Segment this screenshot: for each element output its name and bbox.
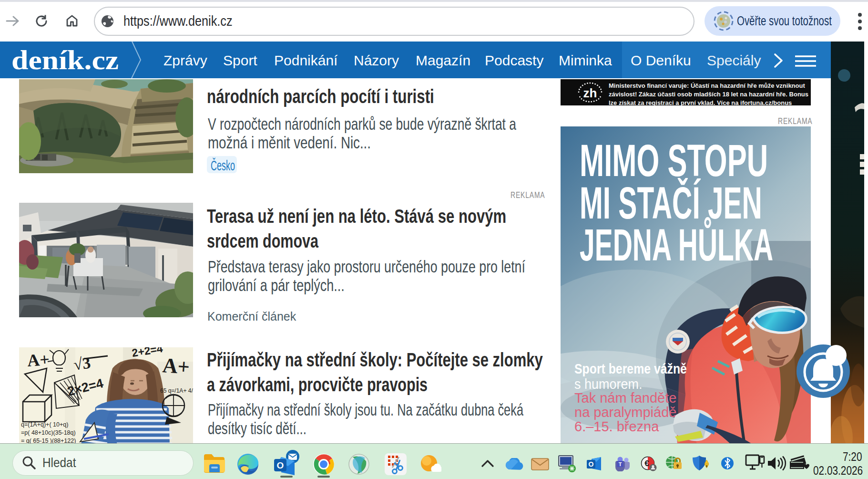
svg-text:€: € bbox=[644, 459, 649, 468]
svg-text:O: O bbox=[589, 460, 594, 468]
svg-text:q=(1A+q)+( 10+q): q=(1A+q)+( 10+q) bbox=[21, 421, 68, 428]
svg-text:√3: √3 bbox=[72, 354, 92, 374]
svg-text:O: O bbox=[277, 460, 284, 470]
svg-text:T: T bbox=[619, 461, 622, 467]
svg-text:zh: zh bbox=[583, 86, 597, 100]
svg-text:65 q=/1A+ 4/8/+(10: 65 q=/1A+ 4/8/+(10 bbox=[160, 387, 193, 394]
svg-text:=p( 48+10c)(35-18q): =p( 48+10c)(35-18q) bbox=[21, 429, 76, 436]
svg-text:A+: A+ bbox=[27, 350, 50, 370]
svg-text:A+: A+ bbox=[162, 354, 190, 379]
